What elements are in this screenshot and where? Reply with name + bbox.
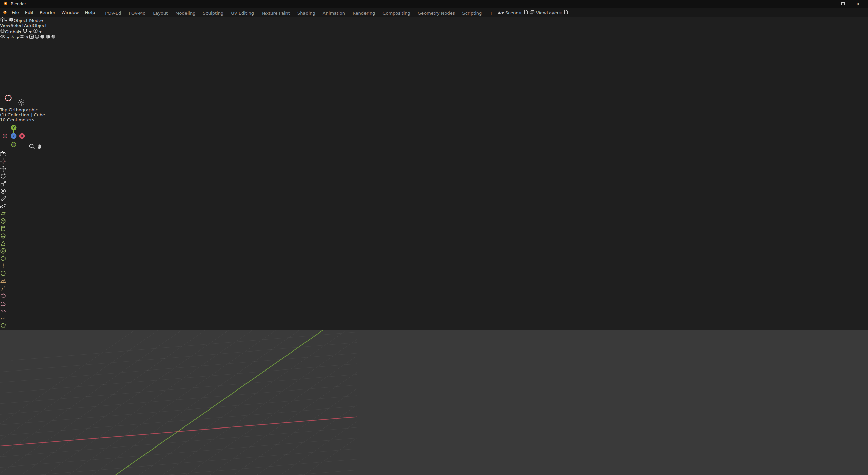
transform-orientation-dropdown[interactable]: Global▾	[0, 29, 21, 34]
app-menu-icon[interactable]	[2, 10, 7, 16]
proportional-dropdown[interactable]: ▾	[39, 29, 42, 34]
unlink-scene-icon[interactable]: ×	[519, 10, 522, 15]
tool-primitive-rainbow[interactable]	[0, 307, 868, 315]
workspace-tab-uv-editing[interactable]: UV Editing	[227, 9, 258, 17]
workspace-tab-compositing[interactable]: Compositing	[379, 9, 414, 17]
scene-viewlayer-selectors: ▾ Scene× ViewLayer×	[497, 10, 568, 15]
tool-primitive-prism[interactable]	[0, 255, 868, 263]
workspace-tab-rendering[interactable]: Rendering	[349, 9, 379, 17]
tool-primitive-polygon[interactable]	[0, 322, 868, 330]
viewport-menu-add[interactable]: Add	[24, 23, 33, 28]
tool-scale[interactable]	[0, 180, 868, 188]
viewport-menu-object[interactable]: Object	[33, 23, 47, 28]
menu-help[interactable]: Help	[82, 9, 98, 16]
scene-icon	[497, 10, 501, 15]
object-mode-icon	[9, 18, 14, 23]
scene-name-field[interactable]: Scene×	[505, 10, 522, 15]
show-gizmo-icon[interactable]: ▾	[10, 34, 19, 40]
remove-viewlayer-icon[interactable]: ×	[559, 10, 563, 15]
global-orientation-icon	[0, 29, 5, 34]
viewlayer-icon-wrap	[529, 10, 535, 15]
menu-render[interactable]: Render	[37, 9, 58, 16]
window-controls: ×	[821, 0, 865, 8]
workspace-tab-texture-paint[interactable]: Texture Paint	[258, 9, 294, 17]
tool-primitive-isosurface[interactable]	[0, 300, 868, 307]
tool-select-box[interactable]	[0, 151, 868, 158]
shading-rendered-icon[interactable]	[51, 34, 56, 40]
tool-primitive-blob[interactable]	[0, 292, 868, 300]
viewport-camera[interactable]: Camera Perspective (1) Collection | Cube…	[0, 330, 868, 475]
zoom-icon[interactable]	[28, 146, 35, 151]
snap-settings-dropdown[interactable]: ▾	[29, 29, 32, 34]
perspective-grid	[0, 330, 357, 475]
viewport-top[interactable]: Top Orthographic (1) Collection | Cube 1…	[0, 40, 868, 330]
tool-primitive-cylinder[interactable]	[0, 225, 868, 233]
maximize-button[interactable]	[835, 0, 850, 8]
tool-cursor-3d[interactable]	[0, 158, 868, 166]
workspace-tab-modeling[interactable]: Modeling	[172, 9, 199, 17]
tool-primitive-spring[interactable]	[0, 285, 868, 292]
tool-primitive-lathe[interactable]	[0, 263, 868, 270]
tool-rotate[interactable]	[0, 173, 868, 180]
editor-type-dropdown[interactable]: ▾	[0, 18, 7, 23]
light-object[interactable]	[18, 102, 25, 107]
tool-transform[interactable]	[0, 188, 868, 195]
viewport-editor: ▾ Object Mode▾ ViewSelectAddObject Globa…	[0, 17, 868, 475]
add-workspace-button[interactable]: +	[486, 9, 497, 17]
tool-primitive-heightfield[interactable]	[0, 278, 868, 285]
tool-move[interactable]	[0, 166, 868, 173]
tool-primitive-superellipsoid[interactable]	[0, 270, 868, 278]
scene-browse-dropdown[interactable]: ▾	[497, 10, 504, 15]
workspace-tab-scripting[interactable]: Scripting	[459, 9, 486, 17]
snap-magnet-icon[interactable]	[23, 29, 28, 34]
topbar: FileEditRenderWindowHelp POV-EdPOV-MoLay…	[0, 8, 868, 17]
viewport-menus: ViewSelectAddObject	[0, 23, 868, 28]
quad-view: Top Orthographic (1) Collection | Cube 1…	[0, 40, 868, 475]
proportional-editing-icon[interactable]	[33, 29, 38, 34]
workspace-tab-sculpting[interactable]: Sculpting	[199, 9, 227, 17]
workspace-tab-animation[interactable]: Animation	[319, 9, 349, 17]
workspace-tab-shading[interactable]: Shading	[294, 9, 319, 17]
svg-text:Z: Z	[12, 134, 15, 138]
workspace-tab-pov-mo[interactable]: POV-Mo	[125, 9, 149, 17]
shading-wireframe-icon[interactable]	[35, 34, 39, 40]
tool-primitive-parametric[interactable]	[0, 315, 868, 322]
new-scene-button[interactable]	[524, 10, 528, 15]
tool-annotate[interactable]	[0, 195, 868, 203]
tool-primitive-box[interactable]	[0, 218, 868, 225]
menu-window[interactable]: Window	[58, 9, 82, 16]
window-titlebar: Blender ×	[0, 0, 868, 8]
svg-text:X: X	[21, 134, 23, 138]
close-button[interactable]: ×	[850, 0, 865, 8]
tool-primitive-plane[interactable]	[0, 210, 868, 218]
viewport-menu-select[interactable]: Select	[11, 23, 24, 28]
tool-shelf	[0, 151, 868, 330]
show-overlays-icon[interactable]: ▾	[19, 34, 28, 40]
new-viewlayer-button[interactable]	[564, 10, 568, 15]
mode-dropdown[interactable]: Object Mode▾	[9, 18, 43, 23]
blender-window: Blender × FileEditRenderWindowHelp POV-E…	[0, 0, 868, 475]
minimize-button[interactable]	[821, 0, 835, 8]
workspace-tab-pov-ed[interactable]: POV-Ed	[101, 9, 125, 17]
active-collection: (1) Collection | Cube	[0, 112, 868, 117]
menu-edit[interactable]: Edit	[22, 9, 37, 16]
shading-material-icon[interactable]	[45, 34, 50, 40]
viewlayer-name-field[interactable]: ViewLayer×	[536, 10, 563, 15]
cube-object[interactable]	[0, 40, 51, 90]
shading-solid-icon[interactable]	[40, 34, 45, 40]
show-object-types-icon[interactable]: ▾	[0, 34, 9, 40]
workspace-tab-geometry-nodes[interactable]: Geometry Nodes	[414, 9, 459, 17]
tool-measure[interactable]	[0, 203, 868, 210]
viewport-menu-view[interactable]: View	[0, 23, 11, 28]
view-name: Top Orthographic	[0, 107, 868, 112]
navigation-gizmo-icon[interactable]: YXZ	[0, 122, 27, 150]
tool-primitive-sphere[interactable]	[0, 233, 868, 240]
menu-file[interactable]: File	[8, 9, 22, 16]
pan-hand-icon[interactable]	[37, 146, 43, 151]
toggle-xray-icon[interactable]	[29, 34, 34, 40]
viewport-header-right-icons: ▾ ▾ ▾	[0, 34, 868, 40]
workspace-tab-layout[interactable]: Layout	[149, 9, 172, 17]
tool-primitive-torus[interactable]	[0, 248, 868, 255]
tool-primitive-cone[interactable]	[0, 240, 868, 248]
blender-logo-icon	[3, 1, 8, 7]
